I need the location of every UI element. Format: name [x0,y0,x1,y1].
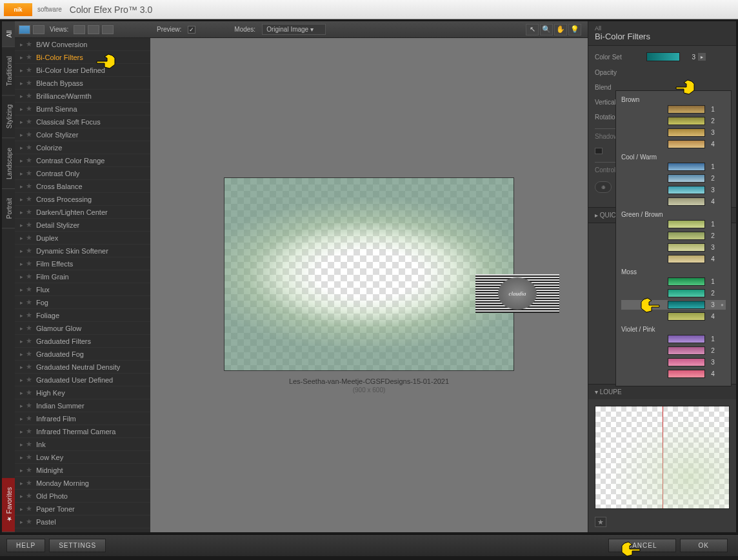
filter-item[interactable]: ▸★Graduated Filters [15,335,150,348]
filter-item[interactable]: ▸★Dynamic Skin Softener [15,245,150,257]
zoom-tool-icon[interactable]: 🔍 [540,24,553,35]
star-icon[interactable]: ★ [26,40,32,48]
colorset-swatch[interactable] [646,52,680,61]
star-icon[interactable]: ★ [26,53,32,61]
colorset-option[interactable]: 4 [621,139,726,149]
tab-favorites[interactable]: ★ Favorites [2,478,15,532]
filter-item[interactable]: ▸★Ink [15,438,150,451]
filter-item[interactable]: ▸★Pastel [15,515,150,528]
star-icon[interactable]: ★ [26,195,32,203]
settings-button[interactable]: SETTINGS [49,539,106,552]
layout-icon-3[interactable] [102,25,114,34]
star-icon[interactable]: ★ [26,375,32,384]
loupe-star-button[interactable]: ★ [595,517,606,527]
star-icon[interactable]: ★ [26,234,32,242]
star-icon[interactable]: ★ [26,427,32,435]
colorset-option[interactable]: 1 [621,162,726,172]
colorset-option[interactable]: 3 [621,243,726,252]
star-icon[interactable]: ★ [26,324,32,332]
filter-item[interactable]: ▸★Bi-Color Filters [15,51,150,64]
pointer-tool-icon[interactable]: ↖ [526,24,539,35]
star-icon[interactable]: ★ [26,388,32,397]
tab-portrait[interactable]: Portrait [2,189,15,228]
colorset-option[interactable]: 4 [621,197,726,206]
filter-item[interactable]: ▸★Bi-Color User Defined [15,64,150,77]
help-button[interactable]: HELP [6,539,45,552]
star-icon[interactable]: ★ [26,79,32,87]
star-icon[interactable]: ★ [26,169,32,177]
colorset-option[interactable]: 3 [621,185,726,195]
colorset-option[interactable]: 4 [621,369,726,379]
star-icon[interactable]: ★ [26,414,32,423]
star-icon[interactable]: ★ [26,350,32,358]
filter-item[interactable]: ▸★Infrared Thermal Camera [15,425,150,438]
filter-item[interactable]: ▸★Infrared Film [15,412,150,425]
filter-item[interactable]: ▸★High Key [15,386,150,399]
filter-item[interactable]: ▸★Color Stylizer [15,128,150,141]
colorset-option[interactable]: 3 [621,357,726,367]
filter-list[interactable]: ▸★B/W Conversion▸★Bi-Color Filters▸★Bi-C… [15,38,150,532]
filter-item[interactable]: ▸★Graduated Neutral Density [15,361,150,374]
layout-icon-1[interactable] [74,25,85,34]
hand-tool-icon[interactable]: ✋ [554,24,567,35]
star-icon[interactable]: ★ [26,66,32,74]
star-icon[interactable]: ★ [26,479,32,487]
colorset-option[interactable]: 1 [621,105,726,114]
star-icon[interactable]: ★ [26,298,32,306]
filter-item[interactable]: ▸★Detail Stylizer [15,219,150,232]
filter-item[interactable]: ▸★Cross Processing [15,193,150,206]
star-icon[interactable]: ★ [26,466,32,474]
view-mode-icon-2[interactable] [33,25,45,34]
filter-item[interactable]: ▸★Flux [15,283,150,296]
filter-item[interactable]: ▸★Bleach Bypass [15,77,150,90]
star-icon[interactable]: ★ [26,505,32,513]
filter-item[interactable]: ▸★Duplex [15,232,150,245]
star-icon[interactable]: ★ [26,143,32,152]
star-icon[interactable]: ★ [26,492,32,500]
filter-item[interactable]: ▸★Cross Balance [15,180,150,193]
star-icon[interactable]: ★ [26,182,32,190]
colorset-dropdown-icon[interactable]: ▸ [698,53,706,61]
star-icon[interactable]: ★ [26,208,32,216]
colorset-option[interactable]: 1 [621,277,726,286]
star-icon[interactable]: ★ [26,517,32,526]
star-icon[interactable]: ★ [26,337,32,345]
tab-stylizing[interactable]: Stylizing [2,95,15,138]
colorset-option[interactable]: 2 [621,231,726,241]
colorset-option[interactable]: 1 [621,334,726,344]
filter-item[interactable]: ▸★B/W Conversion [15,38,150,51]
colorset-option[interactable]: 2 [621,346,726,355]
star-icon[interactable]: ★ [26,117,32,126]
star-icon[interactable]: ★ [26,259,32,268]
modes-select[interactable]: Original Image ▾ [262,24,326,35]
star-icon[interactable]: ★ [26,285,32,294]
star-icon[interactable]: ★ [26,246,32,255]
ok-button[interactable]: OK [680,539,728,552]
shadows-checkbox[interactable] [595,148,603,154]
filter-item[interactable]: ▸★Graduated Fog [15,348,150,361]
filter-item[interactable]: ▸★Graduated User Defined [15,374,150,386]
light-tool-icon[interactable]: 💡 [568,24,581,35]
filter-item[interactable]: ▸★Film Effects [15,257,150,270]
filter-item[interactable]: ▸★Contrast Color Range [15,154,150,167]
colorset-option[interactable]: 2 [621,174,726,183]
star-icon[interactable]: ★ [26,311,32,319]
tab-traditional[interactable]: Traditional [2,47,15,95]
filter-item[interactable]: ▸★Indian Summer [15,399,150,412]
star-icon[interactable]: ★ [26,156,32,165]
filter-item[interactable]: ▸★Old Photo [15,490,150,503]
star-icon[interactable]: ★ [26,401,32,410]
filter-item[interactable]: ▸★Monday Morning [15,477,150,490]
star-icon[interactable]: ★ [26,130,32,139]
star-icon[interactable]: ★ [26,272,32,281]
filter-item[interactable]: ▸★Glamour Glow [15,322,150,335]
filter-item[interactable]: ▸★Classical Soft Focus [15,115,150,128]
filter-item[interactable]: ▸★Foliage [15,309,150,322]
preview-image[interactable] [224,177,514,371]
filter-item[interactable]: ▸★Low Key [15,451,150,464]
colorset-option[interactable]: 1 [621,219,726,229]
preview-checkbox[interactable]: ✓ [188,26,195,34]
star-icon[interactable]: ★ [26,363,32,371]
tab-all[interactable]: All [2,21,15,47]
view-mode-icon[interactable] [19,25,30,34]
